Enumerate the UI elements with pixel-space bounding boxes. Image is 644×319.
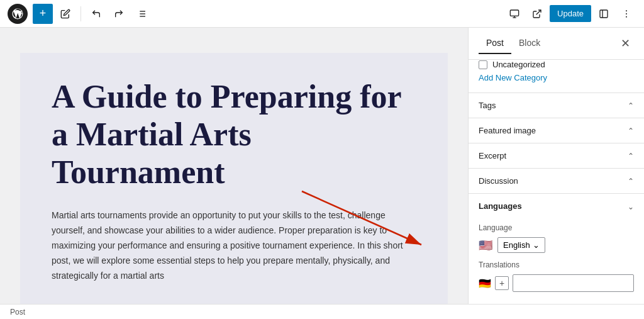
desktop-icon [509, 9, 519, 19]
view-site-button[interactable] [527, 4, 547, 24]
excerpt-chevron-icon: ⌃ [628, 152, 634, 160]
redo-icon [114, 9, 124, 19]
post-excerpt[interactable]: Martial arts tournaments provide an oppo… [52, 208, 416, 283]
language-selector: 🇺🇸 English ⌄ [479, 237, 634, 253]
languages-chevron-icon: ⌃ [628, 202, 634, 211]
sidebar-close-button[interactable]: ✕ [616, 35, 634, 52]
languages-section-header[interactable]: Languages ⌃ [469, 194, 644, 218]
dropdown-chevron-icon: ⌄ [533, 240, 540, 250]
svg-point-12 [626, 10, 627, 11]
ellipsis-icon [621, 9, 631, 19]
excerpt-section-title: Excerpt [479, 151, 506, 160]
plus-icon: + [40, 7, 47, 20]
tab-block[interactable]: Block [511, 33, 548, 54]
language-label: Language [479, 223, 634, 232]
sidebar: Post Block ✕ Uncategorized Add New Categ… [468, 28, 644, 304]
uncategorized-checkbox[interactable] [479, 60, 487, 69]
undo-icon [91, 9, 101, 19]
discussion-section-title: Discussion [479, 176, 518, 186]
languages-section: Languages ⌃ Language 🇺🇸 English ⌄ Transl… [469, 194, 644, 299]
list-view-button[interactable] [131, 4, 152, 24]
close-icon: ✕ [621, 36, 630, 50]
languages-content: Language 🇺🇸 English ⌄ Translations 🇩🇪 + [469, 218, 644, 299]
categories-section: Uncategorized Add New Category [469, 60, 644, 93]
editor-area: A Guide to Preparing for a Martial Arts … [0, 28, 468, 304]
tools-button[interactable] [55, 4, 75, 24]
redo-button[interactable] [109, 4, 129, 24]
translations-label: Translations [479, 260, 634, 269]
language-dropdown[interactable]: English ⌄ [497, 237, 545, 253]
toolbar: + Update [0, 0, 644, 28]
toolbar-right: Update [504, 4, 636, 24]
editor-content: A Guide to Preparing for a Martial Arts … [20, 53, 448, 304]
excerpt-section-header[interactable]: Excerpt ⌃ [469, 143, 644, 168]
wp-logo-icon [11, 8, 24, 20]
discussion-chevron-icon: ⌃ [628, 177, 634, 186]
toolbar-divider-1 [80, 6, 81, 21]
main-layout: A Guide to Preparing for a Martial Arts … [0, 28, 644, 304]
svg-point-14 [626, 16, 627, 17]
plus-translation-icon: + [499, 278, 504, 288]
status-bar: Post [0, 304, 644, 319]
featured-image-chevron-icon: ⌃ [628, 126, 634, 135]
svg-line-9 [536, 10, 541, 14]
add-block-button[interactable]: + [33, 4, 53, 24]
list-icon [136, 9, 147, 19]
add-new-category-link[interactable]: Add New Category [479, 73, 634, 85]
featured-image-section: Featured image ⌃ [469, 118, 644, 143]
translations-row: 🇩🇪 + [479, 274, 634, 292]
svg-rect-6 [510, 10, 518, 16]
translation-input[interactable] [513, 274, 634, 292]
update-button[interactable]: Update [550, 5, 591, 22]
status-label: Post [10, 308, 25, 316]
tags-section: Tags ⌃ [469, 93, 644, 118]
svg-point-13 [626, 13, 627, 14]
discussion-section: Discussion ⌃ [469, 169, 644, 194]
languages-section-title: Languages [479, 201, 522, 211]
preview-button[interactable] [504, 4, 525, 24]
language-value: English [503, 240, 530, 250]
sidebar-header: Post Block ✕ [469, 28, 644, 60]
categories-content: Uncategorized Add New Category [469, 60, 644, 92]
category-label: Uncategorized [492, 60, 545, 69]
svg-rect-10 [600, 10, 608, 18]
wp-logo[interactable] [8, 4, 28, 24]
discussion-section-header[interactable]: Discussion ⌃ [469, 169, 644, 193]
add-translation-button[interactable]: + [495, 276, 509, 290]
featured-image-section-title: Featured image [479, 126, 536, 135]
tags-section-title: Tags [479, 101, 496, 110]
settings-icon [599, 9, 609, 19]
tab-post[interactable]: Post [479, 33, 511, 54]
tags-chevron-icon: ⌃ [628, 101, 634, 110]
more-options-button[interactable] [616, 4, 636, 24]
de-flag-icon: 🇩🇪 [479, 277, 491, 289]
featured-image-section-header[interactable]: Featured image ⌃ [469, 118, 644, 143]
us-flag-icon: 🇺🇸 [479, 238, 492, 252]
pencil-icon [60, 9, 70, 19]
excerpt-section: Excerpt ⌃ [469, 143, 644, 169]
tags-section-header[interactable]: Tags ⌃ [469, 93, 644, 118]
post-title[interactable]: A Guide to Preparing for a Martial Arts … [52, 78, 416, 191]
settings-button[interactable] [594, 4, 614, 24]
category-item: Uncategorized [479, 60, 634, 69]
undo-button[interactable] [86, 4, 106, 24]
external-link-icon [532, 9, 542, 19]
